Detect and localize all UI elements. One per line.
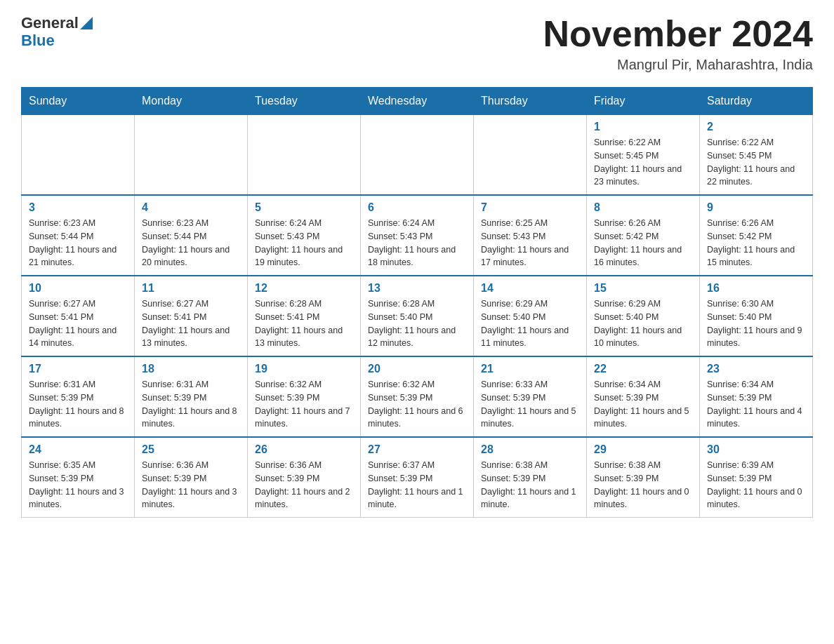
day-info: Sunset: 5:41 PM: [142, 311, 240, 324]
day-info: Sunset: 5:41 PM: [29, 311, 127, 324]
day-number: 21: [481, 363, 579, 375]
day-info: Daylight: 11 hours and 12 minutes.: [368, 324, 466, 351]
day-info: Sunrise: 6:32 AM: [368, 378, 466, 391]
day-info: Daylight: 11 hours and 1 minute.: [481, 485, 579, 512]
day-number: 20: [368, 363, 466, 375]
day-number: 1: [594, 121, 692, 133]
weekday-header-wednesday: Wednesday: [361, 88, 474, 115]
day-info: Daylight: 11 hours and 2 minutes.: [255, 485, 353, 512]
day-info: Sunrise: 6:25 AM: [481, 217, 579, 230]
day-number: 8: [594, 201, 692, 214]
logo-triangle-icon: [80, 17, 93, 29]
calendar-cell: 25Sunrise: 6:36 AMSunset: 5:39 PMDayligh…: [135, 437, 248, 518]
day-info: Sunrise: 6:26 AM: [707, 217, 805, 230]
day-info: Daylight: 11 hours and 16 minutes.: [594, 243, 692, 270]
day-number: 27: [368, 443, 466, 456]
day-info: Daylight: 11 hours and 20 minutes.: [142, 243, 240, 270]
day-number: 9: [707, 201, 805, 214]
calendar-cell: 28Sunrise: 6:38 AMSunset: 5:39 PMDayligh…: [474, 437, 587, 518]
calendar-week-row: 3Sunrise: 6:23 AMSunset: 5:44 PMDaylight…: [22, 195, 813, 276]
day-info: Sunset: 5:39 PM: [707, 472, 805, 485]
day-info: Sunset: 5:41 PM: [255, 311, 353, 324]
day-info: Daylight: 11 hours and 8 minutes.: [29, 405, 127, 431]
calendar-cell: 23Sunrise: 6:34 AMSunset: 5:39 PMDayligh…: [700, 356, 813, 437]
calendar-cell: 14Sunrise: 6:29 AMSunset: 5:40 PMDayligh…: [474, 276, 587, 356]
calendar-cell: 27Sunrise: 6:37 AMSunset: 5:39 PMDayligh…: [361, 437, 474, 518]
calendar-cell: 19Sunrise: 6:32 AMSunset: 5:39 PMDayligh…: [248, 356, 361, 437]
calendar-cell: [474, 115, 587, 196]
day-info: Sunset: 5:39 PM: [481, 391, 579, 405]
calendar-cell: 9Sunrise: 6:26 AMSunset: 5:42 PMDaylight…: [700, 195, 813, 276]
calendar-cell: 6Sunrise: 6:24 AMSunset: 5:43 PMDaylight…: [361, 195, 474, 276]
day-number: 7: [481, 201, 579, 214]
day-info: Sunset: 5:42 PM: [707, 230, 805, 243]
day-info: Daylight: 11 hours and 3 minutes.: [29, 485, 127, 512]
day-info: Sunset: 5:39 PM: [594, 472, 692, 485]
calendar-cell: 29Sunrise: 6:38 AMSunset: 5:39 PMDayligh…: [587, 437, 700, 518]
calendar-cell: 7Sunrise: 6:25 AMSunset: 5:43 PMDaylight…: [474, 195, 587, 276]
title-block: November 2024 Mangrul Pir, Maharashtra, …: [543, 14, 813, 73]
day-info: Sunrise: 6:29 AM: [481, 297, 579, 311]
day-info: Sunrise: 6:24 AM: [255, 217, 353, 230]
weekday-header-monday: Monday: [135, 88, 248, 115]
calendar-cell: 12Sunrise: 6:28 AMSunset: 5:41 PMDayligh…: [248, 276, 361, 356]
day-info: Daylight: 11 hours and 0 minutes.: [707, 485, 805, 512]
weekday-header-friday: Friday: [587, 88, 700, 115]
day-info: Daylight: 11 hours and 3 minutes.: [142, 485, 240, 512]
calendar-cell: 17Sunrise: 6:31 AMSunset: 5:39 PMDayligh…: [22, 356, 135, 437]
day-number: 4: [142, 201, 240, 214]
calendar-cell: 15Sunrise: 6:29 AMSunset: 5:40 PMDayligh…: [587, 276, 700, 356]
calendar-cell: 16Sunrise: 6:30 AMSunset: 5:40 PMDayligh…: [700, 276, 813, 356]
day-info: Sunset: 5:44 PM: [29, 230, 127, 243]
day-number: 12: [255, 282, 353, 295]
calendar-table: SundayMondayTuesdayWednesdayThursdayFrid…: [21, 87, 813, 518]
day-info: Daylight: 11 hours and 5 minutes.: [594, 405, 692, 431]
day-info: Sunrise: 6:22 AM: [594, 136, 692, 149]
day-number: 23: [707, 363, 805, 375]
day-info: Sunrise: 6:29 AM: [594, 297, 692, 311]
day-number: 2: [707, 121, 805, 133]
day-info: Sunrise: 6:28 AM: [368, 297, 466, 311]
calendar-cell: 5Sunrise: 6:24 AMSunset: 5:43 PMDaylight…: [248, 195, 361, 276]
day-info: Sunset: 5:40 PM: [368, 311, 466, 324]
day-number: 28: [481, 443, 579, 456]
day-info: Sunrise: 6:30 AM: [707, 297, 805, 311]
day-number: 25: [142, 443, 240, 456]
day-info: Sunrise: 6:31 AM: [142, 378, 240, 391]
day-number: 30: [707, 443, 805, 456]
day-info: Sunset: 5:39 PM: [142, 472, 240, 485]
day-info: Sunrise: 6:34 AM: [707, 378, 805, 391]
day-info: Sunset: 5:45 PM: [594, 149, 692, 163]
calendar-cell: 3Sunrise: 6:23 AMSunset: 5:44 PMDaylight…: [22, 195, 135, 276]
weekday-header-sunday: Sunday: [22, 88, 135, 115]
calendar-cell: 8Sunrise: 6:26 AMSunset: 5:42 PMDaylight…: [587, 195, 700, 276]
calendar-week-row: 1Sunrise: 6:22 AMSunset: 5:45 PMDaylight…: [22, 115, 813, 196]
day-number: 3: [29, 201, 127, 214]
calendar-cell: 11Sunrise: 6:27 AMSunset: 5:41 PMDayligh…: [135, 276, 248, 356]
calendar-cell: 20Sunrise: 6:32 AMSunset: 5:39 PMDayligh…: [361, 356, 474, 437]
calendar-cell: [248, 115, 361, 196]
calendar-cell: 10Sunrise: 6:27 AMSunset: 5:41 PMDayligh…: [22, 276, 135, 356]
calendar-cell: 21Sunrise: 6:33 AMSunset: 5:39 PMDayligh…: [474, 356, 587, 437]
day-info: Daylight: 11 hours and 8 minutes.: [142, 405, 240, 431]
calendar-cell: 1Sunrise: 6:22 AMSunset: 5:45 PMDaylight…: [587, 115, 700, 196]
svg-marker-0: [80, 17, 93, 29]
calendar-cell: [361, 115, 474, 196]
day-info: Sunrise: 6:34 AM: [594, 378, 692, 391]
day-info: Sunrise: 6:39 AM: [707, 459, 805, 472]
day-info: Daylight: 11 hours and 23 minutes.: [594, 163, 692, 189]
day-number: 16: [707, 282, 805, 295]
day-number: 19: [255, 363, 353, 375]
day-info: Daylight: 11 hours and 4 minutes.: [707, 405, 805, 431]
day-info: Daylight: 11 hours and 13 minutes.: [255, 324, 353, 351]
day-number: 15: [594, 282, 692, 295]
calendar-cell: [22, 115, 135, 196]
day-info: Sunrise: 6:26 AM: [594, 217, 692, 230]
location: Mangrul Pir, Maharashtra, India: [543, 57, 813, 73]
day-info: Sunset: 5:39 PM: [368, 472, 466, 485]
day-info: Sunrise: 6:24 AM: [368, 217, 466, 230]
day-info: Daylight: 11 hours and 9 minutes.: [707, 324, 805, 351]
day-info: Sunrise: 6:36 AM: [255, 459, 353, 472]
day-info: Sunset: 5:43 PM: [255, 230, 353, 243]
day-number: 24: [29, 443, 127, 456]
